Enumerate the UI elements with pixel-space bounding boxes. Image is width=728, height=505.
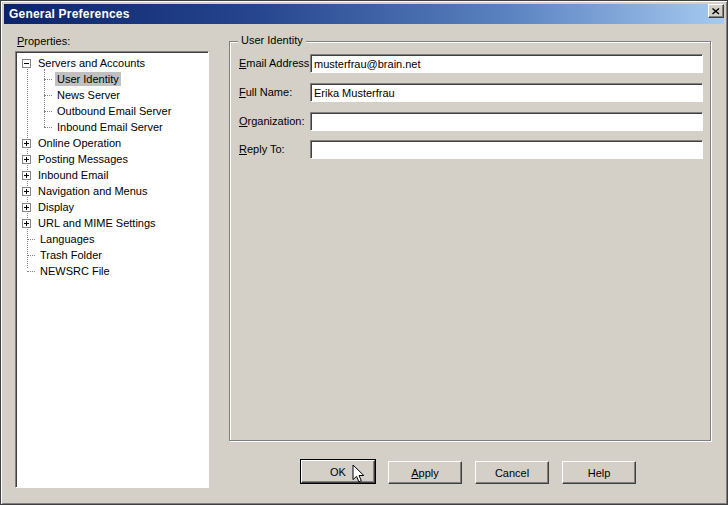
- group-title: User Identity: [238, 34, 306, 46]
- tree-connector: [44, 95, 52, 96]
- tree-expander-plus-icon[interactable]: [22, 203, 31, 212]
- tree-item-newsrc-file[interactable]: NEWSRC File: [16, 263, 208, 279]
- tree-item-servers-and-accounts[interactable]: Servers and Accounts: [16, 55, 208, 71]
- tree-item-label[interactable]: Navigation and Menus: [36, 184, 149, 198]
- tree-item-posting-messages[interactable]: Posting Messages: [16, 151, 208, 167]
- dialog-general-preferences: General Preferences Properties: Servers …: [0, 0, 728, 505]
- tree-item-label[interactable]: Outbound Email Server: [55, 104, 173, 118]
- tree-item-navigation-and-menus[interactable]: Navigation and Menus: [16, 183, 208, 199]
- organization-label: Organization:: [239, 115, 304, 127]
- properties-tree[interactable]: Servers and Accounts User Identity News …: [15, 51, 209, 488]
- tree-item-inbound-email-server[interactable]: Inbound Email Server: [16, 119, 208, 135]
- tree-item-label[interactable]: Inbound Email: [36, 168, 110, 182]
- tree-item-label[interactable]: NEWSRC File: [38, 264, 112, 278]
- tree-connector: [44, 79, 52, 80]
- tree-item-label[interactable]: Posting Messages: [36, 152, 130, 166]
- organization-field[interactable]: [310, 112, 703, 131]
- tree-item-label[interactable]: Online Operation: [36, 136, 123, 150]
- tree-item-news-server[interactable]: News Server: [16, 87, 208, 103]
- cancel-button[interactable]: Cancel: [475, 461, 549, 484]
- tree-item-outbound-email-server[interactable]: Outbound Email Server: [16, 103, 208, 119]
- tree-item-languages[interactable]: Languages: [16, 231, 208, 247]
- tree-expander-plus-icon[interactable]: [22, 171, 31, 180]
- close-icon: [712, 8, 720, 15]
- properties-label: Properties:: [17, 35, 70, 47]
- title-bar[interactable]: General Preferences: [4, 4, 724, 24]
- tree-item-label[interactable]: Languages: [38, 232, 96, 246]
- reply-to-label: Reply To:: [239, 143, 285, 155]
- window-title: General Preferences: [9, 7, 130, 21]
- tree-expander-plus-icon[interactable]: [22, 155, 31, 164]
- tree-connector: [44, 127, 52, 128]
- close-button[interactable]: [708, 4, 724, 18]
- tree-item-online-operation[interactable]: Online Operation: [16, 135, 208, 151]
- email-address-field[interactable]: [310, 54, 703, 73]
- tree-connector: [27, 255, 35, 256]
- tree-item-url-and-mime-settings[interactable]: URL and MIME Settings: [16, 215, 208, 231]
- tree-item-label[interactable]: Display: [36, 200, 76, 214]
- full-name-field[interactable]: [310, 83, 703, 102]
- full-name-label: Full Name:: [239, 86, 292, 98]
- help-button[interactable]: Help: [562, 461, 636, 484]
- tree-connector: [44, 111, 52, 112]
- tree-expander-plus-icon[interactable]: [22, 139, 31, 148]
- tree-item-label[interactable]: Servers and Accounts: [36, 56, 147, 70]
- tree-item-inbound-email[interactable]: Inbound Email: [16, 167, 208, 183]
- tree-expander-plus-icon[interactable]: [22, 219, 31, 228]
- ok-button[interactable]: OK: [301, 460, 375, 483]
- reply-to-field[interactable]: [310, 140, 703, 159]
- tree-connector: [27, 239, 35, 240]
- tree-item-trash-folder[interactable]: Trash Folder: [16, 247, 208, 263]
- tree-item-label[interactable]: News Server: [55, 88, 122, 102]
- apply-button[interactable]: Apply: [388, 461, 462, 484]
- tree-item-label[interactable]: User Identity: [55, 72, 121, 86]
- tree-item-label[interactable]: URL and MIME Settings: [36, 216, 158, 230]
- tree-item-display[interactable]: Display: [16, 199, 208, 215]
- tree-item-label[interactable]: Trash Folder: [38, 248, 104, 262]
- tree-expander-minus-icon[interactable]: [22, 59, 31, 68]
- tree-item-user-identity[interactable]: User Identity: [16, 71, 208, 87]
- email-address-label: Email Address:: [239, 57, 312, 69]
- user-identity-group: User Identity Email Address: Full Name: …: [229, 41, 711, 441]
- tree-item-label[interactable]: Inbound Email Server: [55, 120, 165, 134]
- tree-connector: [27, 271, 35, 272]
- tree-expander-plus-icon[interactable]: [22, 187, 31, 196]
